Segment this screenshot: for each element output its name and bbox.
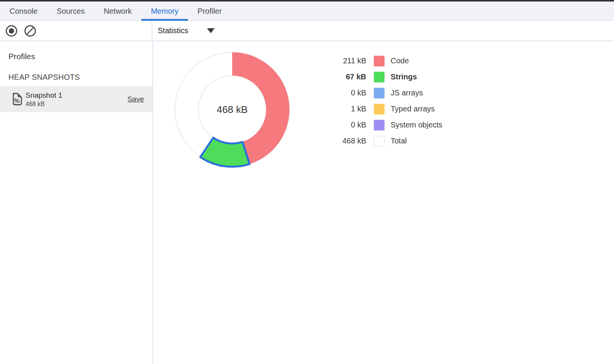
toolbar-main-section: Statistics (152, 21, 215, 40)
tab-memory[interactable]: Memory (141, 2, 188, 21)
legend-row-js-arrays[interactable]: 0 kBJS arrays (324, 87, 443, 98)
clear-profiles-button[interactable] (23, 24, 37, 38)
tab-console[interactable]: Console (0, 2, 47, 21)
legend-swatch-system-objects (374, 120, 385, 130)
tab-profiler[interactable]: Profiler (188, 2, 231, 21)
legend-value: 1 kB (324, 105, 366, 113)
legend-label: Typed arrays (391, 105, 435, 113)
legend-label: Total (391, 137, 407, 145)
devtools-window: ConsoleSourcesNetworkMemoryProfiler Stat… (0, 0, 614, 41)
legend-row-system-objects[interactable]: 0 kBSystem objects (324, 119, 443, 130)
legend-swatch-code (374, 56, 385, 66)
save-snapshot-link[interactable]: Save (128, 95, 144, 103)
chart-legend: 211 kBCode67 kBStrings0 kBJS arrays1 kBT… (324, 55, 443, 151)
legend-value: 468 kB (324, 137, 366, 145)
legend-row-strings[interactable]: 67 kBStrings (324, 71, 443, 82)
legend-row-total[interactable]: 468 kBTotal (324, 135, 443, 147)
donut-center-total: 468 kB (217, 104, 248, 116)
legend-value: 0 kB (324, 89, 366, 97)
perspective-dropdown[interactable]: Statistics (158, 26, 215, 35)
legend-label: Strings (391, 72, 417, 81)
legend-label: JS arrays (391, 89, 423, 97)
legend-swatch-js-arrays (374, 88, 385, 98)
legend-row-typed-arrays[interactable]: 1 kBTyped arrays (324, 103, 443, 114)
perspective-dropdown-label: Statistics (158, 26, 188, 35)
legend-swatch-strings (374, 72, 385, 82)
heap-snapshots-section-title: HEAP SNAPSHOTS (8, 73, 152, 82)
sidebar-item-snapshot-1[interactable]: % Snapshot 1 468 kB Save (0, 86, 152, 112)
record-icon (5, 24, 18, 38)
chevron-down-icon (207, 28, 215, 33)
tab-sources[interactable]: Sources (47, 2, 94, 21)
snapshot-name: Snapshot 1 (26, 91, 62, 100)
legend-value: 0 kB (324, 121, 366, 129)
snapshot-text: Snapshot 1 468 kB (26, 91, 62, 108)
legend-row-code[interactable]: 211 kBCode (324, 55, 443, 66)
toolbar: Statistics (0, 21, 614, 41)
statistics-view: 468 kB 211 kBCode67 kBStrings0 kBJS arra… (153, 42, 614, 364)
toolbar-left-section (0, 21, 152, 40)
legend-swatch-typed-arrays (374, 104, 385, 114)
clear-icon (23, 24, 37, 38)
donut-slice-strings[interactable] (200, 138, 249, 167)
legend-label: Code (391, 56, 409, 65)
profiles-title: Profiles (8, 52, 152, 61)
legend-value: 67 kB (324, 72, 366, 81)
heap-snapshot-file-icon: % (11, 93, 23, 106)
legend-label: System objects (391, 121, 443, 129)
legend-value: 211 kB (324, 56, 366, 65)
profiles-sidebar: Profiles HEAP SNAPSHOTS % Snapshot 1 468… (0, 42, 153, 364)
legend-swatch-total (374, 136, 385, 147)
panel-tabbar: ConsoleSourcesNetworkMemoryProfiler (0, 2, 614, 21)
snapshot-size: 468 kB (26, 101, 62, 108)
svg-text:%: % (14, 98, 19, 104)
record-heap-snapshot-button[interactable] (5, 24, 18, 38)
tab-network[interactable]: Network (94, 2, 141, 21)
